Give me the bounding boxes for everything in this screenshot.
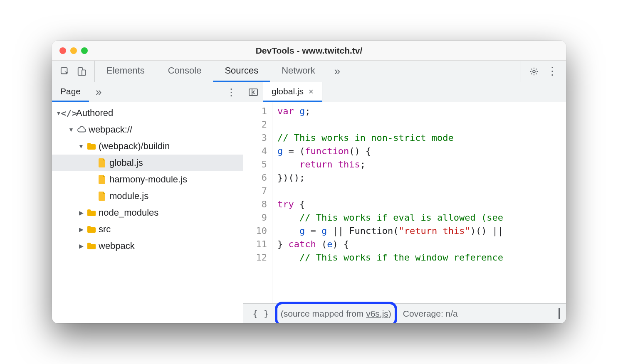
navigator-more-button[interactable]: ⋮ <box>220 82 243 102</box>
device-toolbar-icon[interactable] <box>77 67 86 76</box>
tree-file-module-js[interactable]: module.js <box>52 188 243 204</box>
folder-icon <box>87 142 96 151</box>
devtools-window: DevTools - www.twitch.tv/ Elements Conso… <box>52 41 566 323</box>
window-controls <box>59 47 88 54</box>
more-options-button[interactable]: ⋮ <box>547 65 558 78</box>
tree-label: src <box>99 224 111 235</box>
inspect-element-icon[interactable] <box>60 67 69 76</box>
show-drawer-button[interactable] <box>559 309 560 319</box>
tree-label: (webpack)/buildin <box>99 141 170 152</box>
tab-label: Page <box>60 86 81 96</box>
toolbar-right: ⋮ <box>521 61 566 82</box>
tab-elements[interactable]: Elements <box>95 61 156 82</box>
editor-tabstrip: global.js × <box>243 82 566 102</box>
toolbar-left <box>52 61 95 82</box>
zoom-window-button[interactable] <box>81 47 88 54</box>
tree-file-global-js[interactable]: global.js <box>52 155 243 171</box>
tab-label: Console <box>168 65 202 76</box>
tree-file-harmony-module-js[interactable]: harmony-module.js <box>52 171 243 188</box>
code-editor[interactable]: 123456789101112 var g; // This works in … <box>243 102 566 303</box>
tab-label: Network <box>282 65 315 76</box>
editor-tab-label: global.js <box>272 86 304 96</box>
triangle-right-icon: ▶ <box>78 243 84 249</box>
file-icon <box>98 175 107 184</box>
panel-body: Page » ⋮ ▼ </> Authored ▼ webpa <box>52 82 566 323</box>
mapped-suffix: ) <box>388 309 391 318</box>
svg-point-3 <box>533 70 535 73</box>
minimize-window-button[interactable] <box>70 47 77 54</box>
folder-icon <box>87 241 96 251</box>
tab-console[interactable]: Console <box>156 61 213 82</box>
tab-network[interactable]: Network <box>270 61 327 82</box>
close-window-button[interactable] <box>59 47 66 54</box>
editor-tab-global-js[interactable]: global.js × <box>263 82 322 102</box>
editor-pane: global.js × 123456789101112 var g; // Th… <box>243 82 566 323</box>
mapped-prefix: (source mapped from <box>281 309 366 318</box>
editor-statusbar: { } (source mapped from v6s.js) Coverage… <box>243 303 566 323</box>
line-gutter: 123456789101112 <box>243 102 272 303</box>
tab-label: Sources <box>225 65 258 76</box>
code-content[interactable]: var g; // This works in non-strict modeg… <box>272 102 566 303</box>
coverage-label: Coverage: n/a <box>403 309 458 319</box>
window-title: DevTools - www.twitch.tv/ <box>256 46 363 56</box>
tree-label: harmony-module.js <box>109 174 187 185</box>
tab-sources[interactable]: Sources <box>213 61 270 82</box>
folder-icon <box>87 208 96 217</box>
file-icon <box>98 192 107 201</box>
toggle-navigator-button[interactable] <box>243 82 263 102</box>
tree-label: node_modules <box>99 207 158 218</box>
settings-gear-icon[interactable] <box>529 67 539 76</box>
titlebar: DevTools - www.twitch.tv/ <box>52 41 566 61</box>
svg-rect-2 <box>82 70 86 75</box>
navigator-tabs-overflow[interactable]: » <box>89 82 108 102</box>
tree-node-buildin[interactable]: ▼ (webpack)/buildin <box>52 138 243 155</box>
tree-node-authored[interactable]: ▼ </> Authored <box>52 105 243 121</box>
tabs-overflow-button[interactable]: » <box>327 61 348 82</box>
navigator-tab-page[interactable]: Page <box>52 82 89 102</box>
cloud-icon <box>77 125 86 134</box>
tree-folder-webpack[interactable]: ▶ webpack <box>52 238 243 254</box>
folder-icon <box>87 225 96 234</box>
source-mapped-label: (source mapped from v6s.js) <box>281 309 391 319</box>
chevron-double-right-icon: » <box>334 65 340 78</box>
close-tab-button[interactable]: × <box>309 87 314 96</box>
tree-label: Authored <box>76 108 113 118</box>
tree-label: global.js <box>109 157 143 168</box>
tree-folder-node-modules[interactable]: ▶ node_modules <box>52 204 243 221</box>
pretty-print-button[interactable]: { } <box>249 308 272 319</box>
triangle-right-icon: ▶ <box>78 209 84 216</box>
tab-label: Elements <box>106 65 145 76</box>
triangle-right-icon: ▶ <box>78 226 84 233</box>
tree-label: webpack:// <box>89 124 132 135</box>
tree-node-webpack-scheme[interactable]: ▼ webpack:// <box>52 121 243 138</box>
file-tree: ▼ </> Authored ▼ webpack:// ▼ (w <box>52 102 243 323</box>
drawer-icon <box>559 308 560 319</box>
navigator-sidebar: Page » ⋮ ▼ </> Authored ▼ webpa <box>52 82 243 323</box>
main-toolbar: Elements Console Sources Network » ⋮ <box>52 61 566 82</box>
triangle-down-icon: ▼ <box>78 143 84 150</box>
tree-label: module.js <box>109 191 148 202</box>
tree-folder-src[interactable]: ▶ src <box>52 221 243 238</box>
triangle-down-icon: ▼ <box>68 126 74 133</box>
file-icon <box>98 158 107 167</box>
source-map-origin-link[interactable]: v6s.js <box>366 309 388 318</box>
tree-label: webpack <box>99 241 135 251</box>
chevron-double-right-icon: » <box>96 86 101 98</box>
navigator-tabs: Page » ⋮ <box>52 82 243 102</box>
panel-tabs: Elements Console Sources Network » <box>95 61 521 82</box>
code-brackets-icon: </> <box>64 108 74 118</box>
